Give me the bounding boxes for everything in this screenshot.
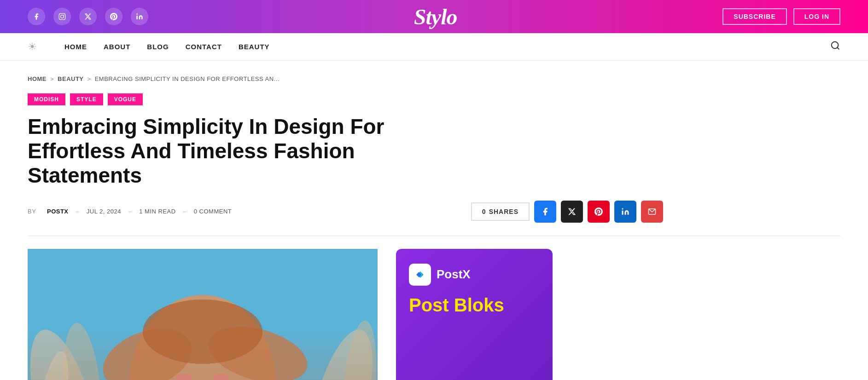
article-image-wrap xyxy=(28,249,378,380)
shares-label: SHARES xyxy=(489,208,518,215)
share-email-button[interactable] xyxy=(641,201,663,223)
facebook-icon[interactable] xyxy=(28,8,45,25)
meta-left: BY POSTX – JUL 2, 2024 – 1 MIN READ – 0 … xyxy=(28,208,232,215)
meta-date: JUL 2, 2024 xyxy=(87,208,121,215)
article-featured-image xyxy=(28,249,378,380)
breadcrumb: HOME > BEAUTY > EMBRACING SIMPLICITY IN … xyxy=(28,75,840,82)
breadcrumb-sep-1: > xyxy=(50,75,54,82)
article-meta: BY POSTX – JUL 2, 2024 – 1 MIN READ – 0 … xyxy=(28,201,663,223)
subscribe-button[interactable]: SUBSCRIBE xyxy=(722,8,786,25)
tag-modish[interactable]: MODISH xyxy=(28,93,65,105)
theme-toggle-icon[interactable]: ☀ xyxy=(28,41,37,53)
share-pinterest-button[interactable] xyxy=(588,201,610,223)
svg-point-22 xyxy=(213,374,229,380)
nav-blog[interactable]: BLOG xyxy=(147,43,169,51)
ad-logo-row: PostX xyxy=(409,264,471,286)
article-tags: MODISH STYLE VOGUE xyxy=(28,93,840,105)
ad-brand-icon xyxy=(409,264,431,286)
breadcrumb-home[interactable]: HOME xyxy=(28,75,47,82)
meta-dash-3: – xyxy=(183,208,186,215)
share-twitter-button[interactable] xyxy=(561,201,583,223)
sidebar-ad: PostX Post Bloks xyxy=(396,249,553,380)
svg-point-4 xyxy=(832,41,839,48)
breadcrumb-current: EMBRACING SIMPLICITY IN DESIGN FOR EFFOR… xyxy=(95,75,280,82)
top-banner-actions: SUBSCRIBE LOG IN xyxy=(722,8,840,25)
main-content: HOME > BEAUTY > EMBRACING SIMPLICITY IN … xyxy=(0,61,868,380)
shares-box: 0 SHARES xyxy=(471,202,530,221)
breadcrumb-sep-2: > xyxy=(87,75,91,82)
linkedin-icon[interactable] xyxy=(131,8,148,25)
nav-home[interactable]: HOME xyxy=(64,43,87,51)
svg-point-2 xyxy=(64,15,64,15)
login-button[interactable]: LOG IN xyxy=(793,8,840,25)
search-icon[interactable] xyxy=(830,40,840,53)
meta-read-time: 1 MIN READ xyxy=(139,208,175,215)
svg-point-1 xyxy=(61,15,64,18)
tag-vogue[interactable]: VOGUE xyxy=(108,93,143,105)
article-title: Embracing Simplicity In Design For Effor… xyxy=(28,115,442,188)
meta-comment-count[interactable]: 0 COMMENT xyxy=(194,208,232,215)
nav-beauty[interactable]: BEAUTY xyxy=(239,43,270,51)
share-linkedin-button[interactable] xyxy=(614,201,636,223)
share-row: 0 SHARES xyxy=(471,201,663,223)
shares-count: 0 xyxy=(482,208,486,215)
svg-point-11 xyxy=(28,349,76,380)
nav-about[interactable]: ABOUT xyxy=(104,43,130,51)
share-facebook-button[interactable] xyxy=(534,201,556,223)
meta-dash-2: – xyxy=(128,208,132,215)
svg-point-13 xyxy=(337,319,378,380)
tag-style[interactable]: STYLE xyxy=(70,93,103,105)
svg-point-9 xyxy=(28,322,113,380)
ad-headline: Post Bloks xyxy=(409,295,504,315)
svg-point-17 xyxy=(143,299,262,364)
svg-point-16 xyxy=(203,317,314,380)
instagram-icon[interactable] xyxy=(53,8,71,25)
nav-contact[interactable]: CONTACT xyxy=(186,43,222,51)
meta-author[interactable]: POSTX xyxy=(47,208,69,215)
meta-by-label: BY xyxy=(28,208,36,215)
svg-point-12 xyxy=(296,323,378,380)
ad-brand-name: PostX xyxy=(437,267,471,282)
svg-line-5 xyxy=(837,47,839,49)
svg-rect-0 xyxy=(59,13,65,19)
top-banner: Stylo SUBSCRIBE LOG IN xyxy=(0,0,868,33)
content-grid: PostX Post Bloks xyxy=(28,249,840,380)
fashion-image-svg xyxy=(28,249,378,380)
site-logo[interactable]: Stylo xyxy=(414,4,457,29)
twitter-x-icon[interactable] xyxy=(79,8,97,25)
nav-bar: ☀ HOME ABOUT BLOG CONTACT BEAUTY xyxy=(0,33,868,61)
svg-point-10 xyxy=(58,321,108,380)
svg-point-6 xyxy=(622,208,623,209)
svg-point-21 xyxy=(176,374,192,380)
breadcrumb-beauty[interactable]: BEAUTY xyxy=(58,75,83,82)
svg-point-3 xyxy=(136,13,138,15)
svg-point-15 xyxy=(95,317,200,380)
nav-left: ☀ HOME ABOUT BLOG CONTACT BEAUTY xyxy=(28,41,270,53)
article-divider xyxy=(28,236,840,236)
social-icons-group xyxy=(28,8,148,25)
nav-links: HOME ABOUT BLOG CONTACT BEAUTY xyxy=(64,43,270,51)
pinterest-icon[interactable] xyxy=(105,8,122,25)
meta-dash-1: – xyxy=(76,208,79,215)
